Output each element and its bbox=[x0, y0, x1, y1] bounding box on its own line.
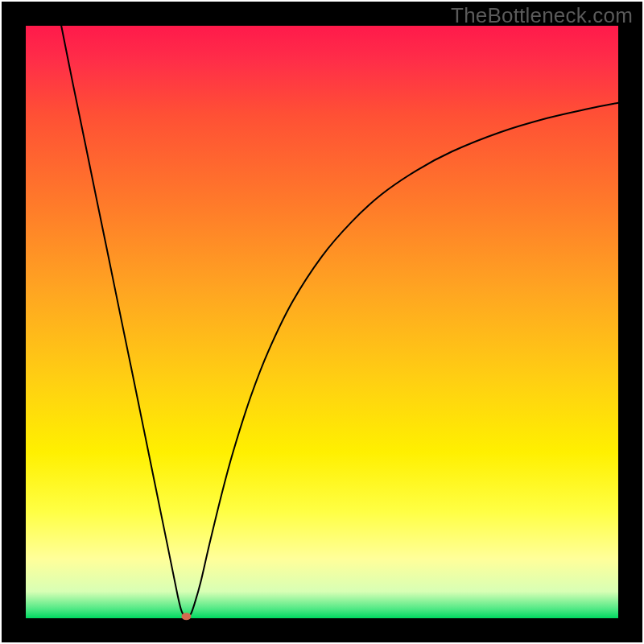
bottleneck-chart: TheBottleneck.com bbox=[0, 0, 644, 644]
plot-background bbox=[26, 26, 618, 618]
chart-canvas bbox=[0, 0, 644, 644]
optimal-marker bbox=[181, 613, 191, 620]
watermark-text: TheBottleneck.com bbox=[451, 3, 633, 28]
